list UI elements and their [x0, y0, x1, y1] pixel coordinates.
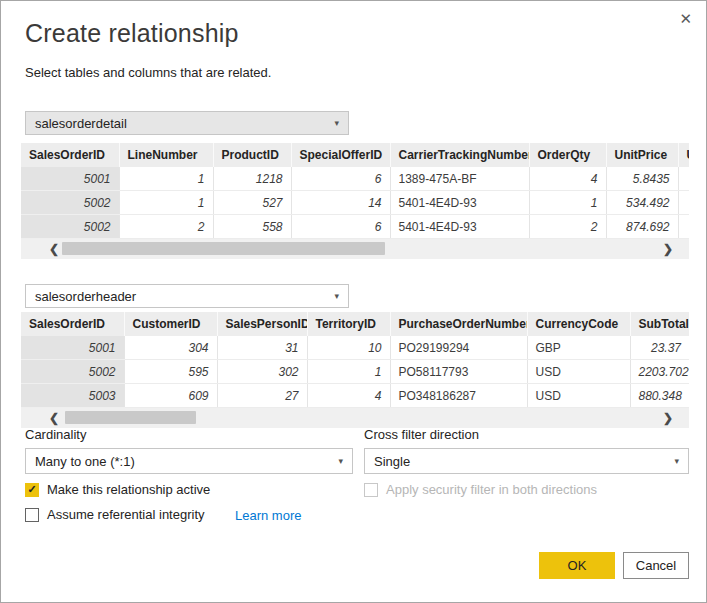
table2-cell[interactable]: USD	[527, 360, 630, 384]
table1-cell[interactable]: 2	[529, 215, 606, 239]
table1-cell[interactable]: 1	[529, 191, 606, 215]
chevron-down-icon: ▾	[338, 456, 343, 466]
table1-column-header[interactable]: CarrierTrackingNumber	[390, 143, 529, 167]
scroll-left-icon[interactable]: ❮	[49, 408, 59, 428]
table2-column-header[interactable]: CurrencyCode	[527, 312, 630, 336]
table1-row: 5002255865401-4E4D-932874.692	[21, 215, 689, 239]
checkmark-icon: ✓	[27, 484, 36, 495]
table1-column-header[interactable]: SalesOrderID	[21, 143, 119, 167]
cross-filter-direction-dropdown[interactable]: Single ▾	[364, 448, 689, 474]
security-filter-label: Apply security filter in both directions	[386, 482, 597, 497]
table1-cell[interactable]: 534.492	[606, 191, 678, 215]
table1-cell[interactable]: 4	[529, 167, 606, 191]
scroll-right-icon[interactable]: ❯	[663, 408, 673, 428]
table2-cell[interactable]: 2203.702	[630, 360, 689, 384]
table1-column-header[interactable]: U	[678, 143, 689, 167]
table2-column-header[interactable]: SalesPersonID	[217, 312, 307, 336]
table1-cell[interactable]: 6	[291, 167, 390, 191]
table1-cell[interactable]: 527	[213, 191, 291, 215]
table1-cell[interactable]: 1389-475A-BF	[390, 167, 529, 191]
table2-cell[interactable]: GBP	[527, 336, 630, 360]
table2-column-header[interactable]: SalesOrderID	[21, 312, 124, 336]
table2-cell[interactable]: 304	[124, 336, 217, 360]
table2-cell[interactable]: 31	[217, 336, 307, 360]
close-icon[interactable]: ✕	[675, 6, 696, 32]
table1-column-header[interactable]: SpecialOfferID	[291, 143, 390, 167]
table2-grid: SalesOrderIDCustomerIDSalesPersonIDTerri…	[21, 312, 689, 408]
table2-cell[interactable]: 10	[307, 336, 390, 360]
table2-cell[interactable]: 23.37	[630, 336, 689, 360]
table1-cell[interactable]	[678, 215, 689, 239]
ok-button[interactable]: OK	[539, 552, 615, 579]
referential-integrity-checkbox[interactable]: ✓	[25, 508, 39, 522]
referential-integrity-label: Assume referential integrity	[47, 507, 205, 522]
table2-cell[interactable]: PO29199294	[390, 336, 527, 360]
security-filter-checkbox-row: ✓ Apply security filter in both directio…	[364, 482, 597, 497]
scroll-left-icon[interactable]: ❮	[49, 239, 59, 259]
table1-cell[interactable]: 1	[119, 191, 213, 215]
security-filter-checkbox: ✓	[364, 483, 378, 497]
table1-scrollbar[interactable]: ❮ ❯	[21, 239, 689, 259]
table1-cell[interactable]: 1	[119, 167, 213, 191]
table2-scrollbar-thumb[interactable]	[65, 411, 196, 424]
table1-cell[interactable]: 14	[291, 191, 390, 215]
table2-cell[interactable]: 5001	[21, 336, 124, 360]
table2-selector-dropdown[interactable]: salesorderheader ▾	[25, 284, 349, 308]
table2-cell[interactable]: PO348186287	[390, 384, 527, 408]
cardinality-value: Many to one (*:1)	[35, 454, 135, 469]
table2-cell[interactable]: 27	[217, 384, 307, 408]
table1-column-header[interactable]: LineNumber	[119, 143, 213, 167]
table1-column-header[interactable]: ProductID	[213, 143, 291, 167]
table1-cell[interactable]	[678, 191, 689, 215]
table1-grid: SalesOrderIDLineNumberProductIDSpecialOf…	[21, 143, 689, 239]
make-active-label: Make this relationship active	[47, 482, 210, 497]
table1-column-header[interactable]: OrderQty	[529, 143, 606, 167]
table2-cell[interactable]: PO58117793	[390, 360, 527, 384]
table2-cell[interactable]: 880.348	[630, 384, 689, 408]
table1-container: SalesOrderIDLineNumberProductIDSpecialOf…	[21, 143, 689, 259]
cross-filter-direction-label: Cross filter direction	[364, 427, 479, 442]
table2-cell[interactable]: USD	[527, 384, 630, 408]
table1-cell[interactable]: 5002	[21, 215, 119, 239]
table2-column-header[interactable]: TerritoryID	[307, 312, 390, 336]
learn-more-link[interactable]: Learn more	[235, 508, 301, 523]
make-active-checkbox[interactable]: ✓	[25, 483, 39, 497]
make-active-checkbox-row[interactable]: ✓ Make this relationship active	[25, 482, 210, 497]
scroll-right-icon[interactable]: ❯	[663, 239, 673, 259]
table1-cell[interactable]: 874.692	[606, 215, 678, 239]
chevron-down-icon: ▾	[674, 456, 679, 466]
table2-cell[interactable]: 5003	[21, 384, 124, 408]
table1-cell[interactable]: 5001	[21, 167, 119, 191]
referential-integrity-checkbox-row[interactable]: ✓ Assume referential integrity	[25, 507, 205, 522]
table2-cell[interactable]: 595	[124, 360, 217, 384]
cross-filter-direction-value: Single	[374, 454, 410, 469]
cardinality-dropdown[interactable]: Many to one (*:1) ▾	[25, 448, 353, 474]
table1-cell[interactable]: 5.8435	[606, 167, 678, 191]
cardinality-label: Cardinality	[25, 427, 86, 442]
table1-cell[interactable]: 1218	[213, 167, 291, 191]
table2-cell[interactable]: 4	[307, 384, 390, 408]
table2-column-header[interactable]: SubTotal	[630, 312, 689, 336]
table2-scrollbar[interactable]: ❮ ❯	[21, 408, 689, 428]
table1-cell[interactable]: 5401-4E4D-93	[390, 215, 529, 239]
table1-selector-dropdown[interactable]: salesorderdetail ▾	[25, 111, 349, 135]
create-relationship-dialog: ✕ Create relationship Select tables and …	[0, 0, 707, 603]
table2-row: 5003609274PO348186287USD880.348	[21, 384, 689, 408]
table2-cell[interactable]: 609	[124, 384, 217, 408]
table1-cell[interactable]: 6	[291, 215, 390, 239]
table1-cell[interactable]: 2	[119, 215, 213, 239]
cancel-button[interactable]: Cancel	[623, 552, 689, 579]
chevron-down-icon: ▾	[334, 291, 339, 301]
table1-column-header[interactable]: UnitPrice	[606, 143, 678, 167]
table1-scrollbar-thumb[interactable]	[62, 242, 385, 255]
table2-column-header[interactable]: CustomerID	[124, 312, 217, 336]
table2-header-row: SalesOrderIDCustomerIDSalesPersonIDTerri…	[21, 312, 689, 336]
table1-cell[interactable]: 5002	[21, 191, 119, 215]
table2-cell[interactable]: 302	[217, 360, 307, 384]
table1-cell[interactable]: 5401-4E4D-93	[390, 191, 529, 215]
table2-column-header[interactable]: PurchaseOrderNumber	[390, 312, 527, 336]
table1-cell[interactable]: 558	[213, 215, 291, 239]
table2-cell[interactable]: 1	[307, 360, 390, 384]
table2-cell[interactable]: 5002	[21, 360, 124, 384]
table1-cell[interactable]	[678, 167, 689, 191]
